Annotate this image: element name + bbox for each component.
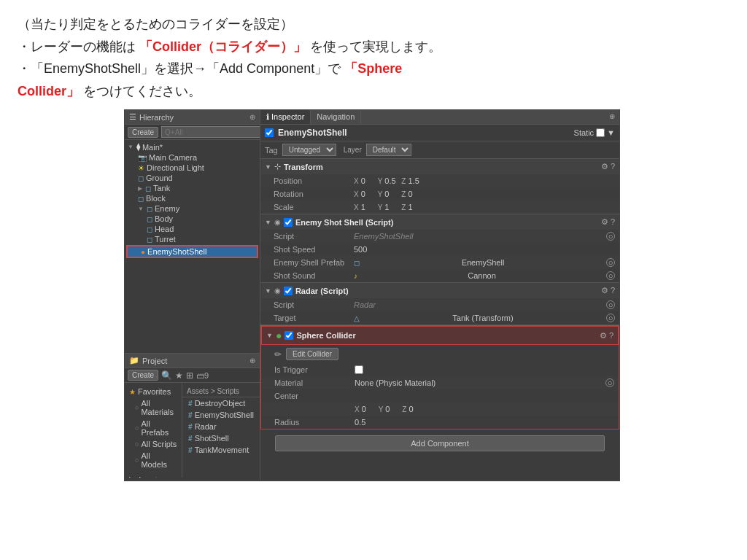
is-trigger-value	[355, 365, 614, 374]
all-materials-folder[interactable]: ○ All Materials	[125, 397, 182, 418]
radar-enable-checkbox[interactable]	[284, 287, 293, 295]
transform-title: Transform	[284, 163, 598, 171]
radar-script-row: Script Radar ○	[260, 298, 619, 311]
layer-dropdown[interactable]: Default	[366, 144, 411, 156]
radar-help-icon[interactable]: ?	[611, 286, 615, 295]
inspector-tabs: ℹ Inspector Navigation ⊕	[260, 110, 619, 125]
radius-label: Radius	[274, 418, 355, 427]
radar-settings-icon[interactable]: ⚙	[601, 286, 608, 295]
radar-script-label: Script	[274, 300, 354, 309]
scale-z-label: Z	[401, 203, 406, 211]
radar-script-component: ▼ ◉ Radar (Script) ⚙ ? Script Radar	[260, 283, 619, 325]
hierarchy-item-head[interactable]: ◻ Head	[125, 224, 260, 234]
collapse-arrow: ▼	[128, 144, 133, 150]
scale-z-value: 1	[408, 203, 422, 211]
enemy-script-settings-icon[interactable]: ⚙	[601, 217, 608, 227]
tag-dropdown[interactable]: Untagged	[282, 144, 336, 156]
script-select-circle[interactable]: ○	[606, 232, 615, 241]
project-file-destroy[interactable]: # DestroyObject	[182, 397, 260, 409]
radar-script-select-circle[interactable]: ○	[606, 300, 615, 309]
hierarchy-search-input[interactable]	[161, 126, 261, 138]
navigation-tab[interactable]: Navigation	[311, 110, 361, 124]
edit-collider-button[interactable]: Edit Collider	[286, 348, 338, 360]
transform-help-icon[interactable]: ?	[611, 162, 615, 171]
position-y-value: 0.5	[384, 176, 399, 185]
project-create-button[interactable]: Create	[128, 370, 158, 381]
transform-collapse-arrow: ▼	[265, 163, 271, 171]
shot-sound-value: Cannon	[468, 271, 496, 280]
script-icon: #	[188, 423, 193, 431]
sphere-collider-help-icon[interactable]: ?	[609, 331, 614, 341]
hierarchy-item-enemyshotshell[interactable]: ● EnemyShotShell	[126, 245, 258, 258]
radius-row: Radius 0.5	[261, 416, 619, 429]
all-scripts-folder[interactable]: ○ All Scripts	[125, 438, 182, 450]
transform-settings-icon[interactable]: ⚙	[601, 162, 608, 171]
hierarchy-item-main-camera[interactable]: 📷 Main Camera	[125, 152, 260, 163]
radar-target-select-circle[interactable]: ○	[606, 314, 615, 322]
hierarchy-item-main[interactable]: ▼ ⧫ Main*	[125, 141, 260, 152]
script-row: Script EnemyShotShell ○	[260, 230, 619, 243]
object-name: EnemyShotShell	[278, 128, 570, 138]
sphere-collider-collapse-arrow: ▼	[266, 332, 273, 339]
add-component-button[interactable]: Add Component	[275, 435, 605, 451]
project-file-enemyshotshell[interactable]: # EnemyShotShell	[182, 409, 260, 421]
hierarchy-label: EnemyShotShell	[147, 247, 206, 256]
rotation-row: Rotation X 0 Y 0 Z 0	[260, 187, 619, 201]
is-trigger-row: Is Trigger	[261, 363, 619, 376]
material-select-circle[interactable]: ○	[605, 378, 614, 387]
hierarchy-toolbar[interactable]: Create	[125, 125, 260, 140]
radar-header[interactable]: ▼ ◉ Radar (Script) ⚙ ?	[260, 283, 619, 298]
hierarchy-item-enemy[interactable]: ▼ ◻ Enemy	[125, 203, 260, 214]
object-active-checkbox[interactable]	[265, 128, 274, 137]
sphere-collider-enable-checkbox[interactable]	[285, 331, 293, 340]
enemy-shell-prefab-value: EnemyShell	[462, 258, 505, 267]
layer-label: Layer	[344, 146, 362, 154]
transform-header[interactable]: ▼ ⊹ Transform ⚙ ?	[260, 159, 619, 174]
enemy-shell-prefab-select-circle[interactable]: ○	[606, 258, 615, 267]
project-file-radar[interactable]: # Radar	[182, 421, 260, 432]
scene-icon: ⧫	[136, 142, 140, 152]
shot-sound-select-circle[interactable]: ○	[606, 271, 615, 280]
file-label: EnemyShotShell	[195, 411, 254, 419]
hierarchy-item-turret[interactable]: ◻ Turret	[125, 234, 260, 244]
rotation-values: X 0 Y 0 Z 0	[354, 190, 615, 198]
position-y-label: Y	[378, 177, 383, 185]
script-icon: #	[188, 411, 193, 419]
folder-label: All Scripts	[141, 440, 177, 448]
sphere-collider-header[interactable]: ▼ ● Sphere Collider ⚙ ?	[261, 326, 619, 345]
project-toolbar[interactable]: Create 🔍 ★ ⊞ 🗃9	[125, 368, 260, 383]
rotation-x-value: 0	[361, 190, 376, 198]
sphere-collider-dot: ●	[276, 330, 282, 341]
hierarchy-item-ground[interactable]: ◻ Ground	[125, 173, 260, 183]
sphere-collider-settings-icon[interactable]: ⚙	[600, 331, 607, 341]
enemy-shell-prefab-value-row: ◻ EnemyShell ○	[354, 258, 615, 267]
project-content: ★ Favorites ○ All Materials ○ All Prefab…	[125, 383, 260, 478]
radar-target-value: Tank (Transform)	[452, 314, 513, 322]
is-trigger-checkbox[interactable]	[355, 365, 363, 374]
enemy-script-header[interactable]: ▼ ◉ Enemy Shot Shell (Script) ⚙ ?	[260, 214, 619, 230]
hierarchy-item-block[interactable]: ◻ Block	[125, 193, 260, 203]
hierarchy-title: Hierarchy	[139, 113, 174, 122]
assets-folder[interactable]: ▶ Assets	[125, 473, 182, 478]
inspector-tab[interactable]: ℹ Inspector	[260, 110, 311, 124]
camera-icon: 📷	[138, 154, 147, 162]
static-dropdown-arrow[interactable]: ▼	[607, 128, 615, 137]
scale-y-label: Y	[378, 203, 383, 211]
enemy-script-help-icon[interactable]: ?	[611, 217, 615, 227]
hierarchy-item-tank[interactable]: ▶ ◻ Tank	[125, 183, 260, 193]
scale-x-label: X	[354, 203, 359, 211]
hierarchy-item-directional-light[interactable]: ☀ Directional Light	[125, 163, 260, 173]
all-prefabs-folder[interactable]: ○ All Prefabs	[125, 418, 182, 438]
hierarchy-item-body[interactable]: ◻ Body	[125, 214, 260, 224]
static-checkbox[interactable]	[596, 128, 605, 137]
inspector-panel: ℹ Inspector Navigation ⊕ EnemyShotShell …	[260, 110, 619, 481]
project-file-shotshell[interactable]: # ShotShell	[182, 432, 260, 444]
circle-icon: ○	[135, 440, 139, 448]
enemy-script-enable-checkbox[interactable]	[284, 218, 293, 227]
edit-collider-row: ✏ Edit Collider	[261, 345, 619, 363]
favorites-folder[interactable]: ★ Favorites	[125, 386, 182, 397]
hierarchy-create-button[interactable]: Create	[128, 127, 158, 138]
circle-icon: ○	[135, 424, 139, 432]
project-file-tankmovement[interactable]: # TankMovement	[182, 444, 260, 456]
all-models-folder[interactable]: ○ All Models	[125, 450, 182, 470]
